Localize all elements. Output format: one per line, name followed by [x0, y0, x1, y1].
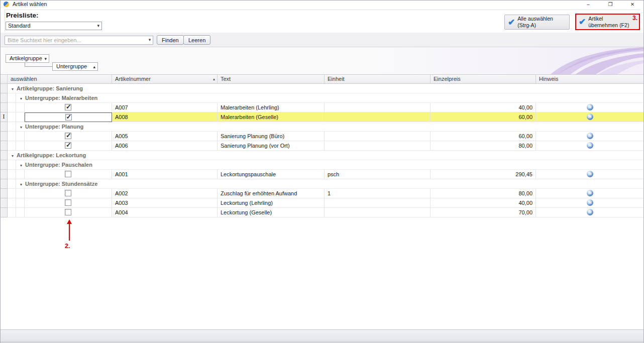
table-header: auswählen Artikelnummer ▴ Text Einheit E…	[1, 74, 643, 84]
row-indicator[interactable]	[1, 160, 8, 170]
group-connector-line	[25, 63, 52, 67]
einzelpreis-cell[interactable]: 80,00	[431, 189, 536, 198]
search-dropdown-icon[interactable]: ▾	[146, 36, 153, 45]
minimize-icon[interactable]: –	[577, 1, 599, 9]
artikelnummer-cell[interactable]: A005	[112, 132, 218, 141]
row-indicator[interactable]	[1, 189, 8, 198]
einzelpreis-cell[interactable]: 60,00	[431, 112, 536, 122]
row-indicator[interactable]	[1, 132, 8, 141]
row-checkbox[interactable]: ✓	[65, 104, 71, 110]
einzelpreis-cell[interactable]: 60,00	[431, 132, 536, 141]
group-header[interactable]: ▾Untergruppe: Pauschalen	[16, 160, 643, 170]
column-header-einheit[interactable]: Einheit	[325, 75, 431, 84]
text-cell[interactable]: Leckortung (Geselle)	[218, 208, 325, 217]
text-cell[interactable]: Zuschlag für erhöhten Aufwand	[218, 189, 325, 198]
artikelnummer-cell[interactable]: A006	[112, 141, 218, 151]
einheit-cell[interactable]	[325, 112, 431, 122]
hinweis-icon[interactable]: H	[587, 171, 593, 177]
group-by-artikelgruppe-chip[interactable]: Artikelgruppe ▾	[6, 54, 49, 63]
preisliste-dropdown[interactable]: Standard ▾	[6, 22, 102, 30]
row-indicator[interactable]	[1, 103, 8, 112]
row-indicator[interactable]	[1, 170, 8, 179]
group-expanded-icon[interactable]: ▾	[20, 180, 22, 189]
group-expanded-icon[interactable]: ▾	[12, 85, 14, 94]
einheit-cell[interactable]	[325, 103, 431, 112]
apply-label-line1: Artikel	[588, 16, 603, 22]
row-checkbox[interactable]	[65, 171, 71, 177]
group-by-untergruppe-chip[interactable]: Untergruppe ▴	[52, 62, 98, 71]
hinweis-icon[interactable]: H	[587, 133, 593, 139]
row-checkbox[interactable]: ✓	[65, 114, 72, 121]
row-checkbox[interactable]	[65, 209, 71, 215]
artikelnummer-cell[interactable]: A002	[112, 189, 218, 198]
artikelnummer-cell[interactable]: A004	[112, 208, 218, 217]
row-indicator[interactable]: I	[1, 112, 8, 122]
text-cell[interactable]: Malerarbeiten (Lehrling)	[218, 103, 325, 112]
artikelnummer-cell[interactable]: A007	[112, 103, 218, 112]
row-indicator[interactable]	[1, 151, 8, 160]
group-header[interactable]: ▾Untergruppe: Planung	[16, 122, 643, 132]
text-cell[interactable]: Leckortungspauschale	[218, 170, 325, 179]
text-cell[interactable]: Malerarbeiten (Geselle)	[218, 112, 325, 122]
indent-cell	[16, 141, 25, 151]
hinweis-icon[interactable]: H	[587, 209, 593, 215]
group-expanded-icon[interactable]: ▾	[20, 94, 22, 103]
row-indicator[interactable]	[1, 208, 8, 217]
header-corner-cell	[1, 75, 8, 84]
group-header[interactable]: ▾Untergruppe: Malerarbeiten	[16, 93, 643, 103]
text-cell[interactable]: Leckortung (Lehrling)	[218, 198, 325, 208]
column-header-text[interactable]: Text	[218, 75, 325, 84]
text-cell[interactable]: Sanierung Planung (Büro)	[218, 132, 325, 141]
row-indicator[interactable]	[1, 179, 8, 189]
column-header-artikelnummer[interactable]: Artikelnummer ▴	[112, 75, 218, 84]
row-indicator[interactable]	[1, 84, 8, 93]
hinweis-icon[interactable]: H	[587, 104, 593, 110]
row-indicator[interactable]	[1, 141, 8, 151]
einheit-cell[interactable]: psch	[325, 170, 431, 179]
select-all-button[interactable]: ✔ Alle auswählen (Strg-A)	[504, 15, 570, 30]
hinweis-icon[interactable]: H	[587, 199, 593, 206]
hinweis-icon[interactable]: H	[587, 190, 593, 196]
column-header-hinweis[interactable]: Hinweis	[536, 75, 644, 84]
group-header[interactable]: ▾Artikelgruppe: Sanierung	[8, 84, 643, 93]
hinweis-icon[interactable]: H	[587, 113, 593, 120]
group-header[interactable]: ▾Untergruppe: Stundensätze	[16, 179, 643, 189]
einheit-cell[interactable]	[325, 141, 431, 151]
row-checkbox[interactable]: ✓	[65, 133, 71, 139]
row-indicator[interactable]	[1, 198, 8, 208]
einzelpreis-cell[interactable]: 290,45	[431, 170, 536, 179]
einheit-cell[interactable]	[325, 132, 431, 141]
einheit-cell[interactable]	[325, 198, 431, 208]
hinweis-cell: H	[536, 132, 644, 141]
row-indicator[interactable]	[1, 122, 8, 132]
einheit-cell[interactable]: 1	[325, 189, 431, 198]
group-label: Untergruppe: Stundensätze	[25, 181, 97, 187]
row-checkbox[interactable]	[65, 190, 71, 196]
apply-button[interactable]: Artikel übernehmen (F2)	[588, 16, 629, 29]
group-expanded-icon[interactable]: ▾	[12, 152, 14, 161]
search-input[interactable]	[5, 36, 153, 45]
group-header[interactable]: ▾Artikelgruppe: Leckortung	[8, 151, 643, 160]
text-cell[interactable]: Sanierung Planung (vor Ort)	[218, 141, 325, 151]
row-indicator[interactable]	[1, 93, 8, 103]
column-header-auswaehlen[interactable]: auswählen	[8, 75, 112, 84]
einzelpreis-cell[interactable]: 40,00	[431, 103, 536, 112]
einheit-cell[interactable]	[325, 208, 431, 217]
artikelnummer-cell[interactable]: A001	[112, 170, 218, 179]
close-icon[interactable]: ✕	[621, 1, 643, 9]
einzelpreis-cell[interactable]: 70,00	[431, 208, 536, 217]
group-expanded-icon[interactable]: ▾	[20, 123, 22, 132]
column-header-einzelpreis[interactable]: Einzelpreis	[431, 75, 536, 84]
row-checkbox[interactable]	[65, 199, 71, 206]
einzelpreis-cell[interactable]: 40,00	[431, 198, 536, 208]
row-checkbox[interactable]: ✓	[65, 142, 71, 149]
einzelpreis-cell[interactable]: 80,00	[431, 141, 536, 151]
artikelnummer-cell[interactable]: A008	[112, 112, 218, 122]
group-expanded-icon[interactable]: ▾	[20, 161, 22, 170]
indent-cell	[16, 112, 25, 122]
hinweis-icon[interactable]: H	[587, 142, 593, 149]
find-button[interactable]: Finden	[157, 35, 184, 45]
clear-button[interactable]: Leeren	[183, 35, 210, 45]
maximize-icon[interactable]: ❐	[599, 1, 621, 9]
artikelnummer-cell[interactable]: A003	[112, 198, 218, 208]
